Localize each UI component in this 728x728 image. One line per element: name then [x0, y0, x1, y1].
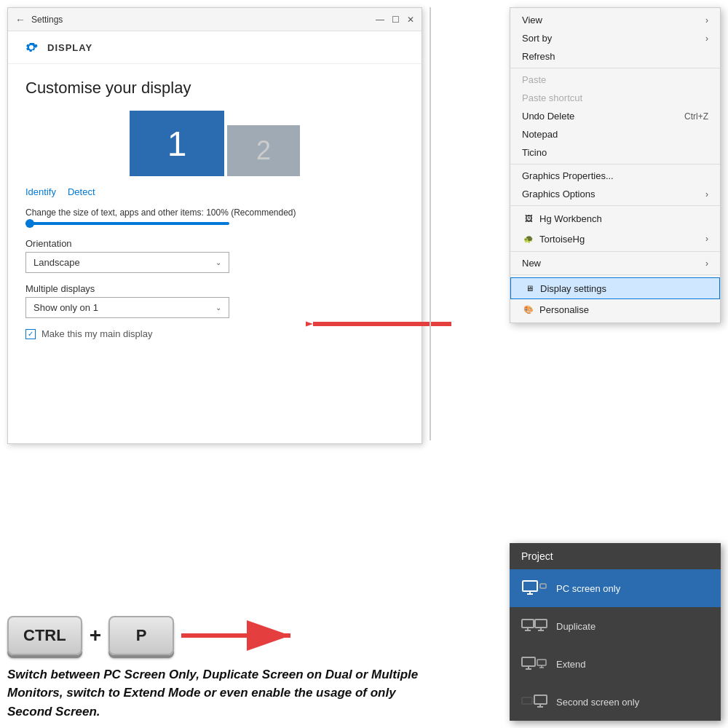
- ctx-item-undo-delete[interactable]: Undo Delete Ctrl+Z: [510, 107, 720, 125]
- ctx-item-personalise[interactable]: 🎨 Personalise: [510, 299, 720, 320]
- check-icon: ✓: [28, 330, 33, 338]
- ctx-item-display-settings[interactable]: 🖥 Display settings: [510, 277, 720, 299]
- main-display-checkbox[interactable]: ✓: [25, 329, 36, 339]
- extend-label: Extend: [556, 659, 585, 670]
- settings-window: ← Settings — ☐ ✕ DISPLAY Customise your …: [7, 7, 422, 444]
- ctx-item-paste-shortcut: Paste shortcut: [510, 89, 720, 107]
- ctx-item-graphics-properties[interactable]: Graphics Properties...: [510, 167, 720, 185]
- minimize-button[interactable]: —: [376, 15, 384, 25]
- svg-rect-19: [534, 695, 547, 704]
- project-item-second-screen-only[interactable]: Second screen only: [510, 683, 721, 721]
- display-icon: 🖥: [523, 282, 536, 295]
- orientation-value: Landscape: [33, 257, 80, 268]
- arrow-icon: ›: [705, 234, 708, 244]
- project-item-extend[interactable]: Extend: [510, 645, 721, 683]
- project-item-duplicate[interactable]: Duplicate: [510, 607, 721, 645]
- tortoise-icon: 🐢: [522, 232, 535, 245]
- ctx-item-notepad[interactable]: Notepad: [510, 125, 720, 143]
- pc-screen-label: PC screen only: [556, 583, 620, 594]
- duplicate-icon: [521, 617, 547, 635]
- ctx-item-view[interactable]: View ›: [510, 11, 720, 29]
- separator-4: [510, 251, 720, 252]
- pc-screen-icon: [521, 579, 547, 597]
- separator-5: [510, 274, 720, 275]
- orientation-label: Orientation: [25, 238, 404, 249]
- svg-rect-15: [537, 660, 546, 665]
- keys-row: CTRL + P: [7, 616, 422, 655]
- p-key[interactable]: P: [108, 616, 174, 655]
- separator-1: [510, 68, 720, 68]
- extend-icon: [521, 655, 547, 673]
- shortcut-label: Ctrl+Z: [684, 111, 708, 122]
- chevron-down-icon-2: ⌄: [215, 304, 221, 312]
- display-preview: 1 2: [25, 111, 404, 176]
- window-controls: — ☐ ✕: [376, 15, 414, 25]
- header-title: DISPLAY: [47, 42, 92, 53]
- multiple-displays-label: Multiple displays: [25, 283, 404, 294]
- ctx-item-tortoisehg[interactable]: 🐢 TortoiseHg ›: [510, 229, 720, 249]
- divider: [430, 7, 431, 440]
- plus-sign: +: [90, 624, 101, 647]
- orientation-dropdown[interactable]: Landscape ⌄: [25, 252, 229, 273]
- title-bar: ← Settings — ☐ ✕: [8, 8, 422, 31]
- context-menu: View › Sort by › Refresh Paste Paste sho…: [510, 7, 721, 323]
- monitor-1[interactable]: 1: [130, 111, 224, 176]
- keyboard-section: CTRL + P Switch between PC Screen Only, …: [7, 616, 422, 721]
- svg-rect-6: [522, 620, 534, 628]
- project-header: Project: [510, 543, 721, 569]
- project-panel: Project PC screen only Duplicate: [510, 543, 721, 721]
- personalise-icon: 🎨: [522, 303, 535, 316]
- gear-icon: [23, 39, 40, 56]
- arrow-right: [181, 617, 298, 654]
- back-button[interactable]: ←: [15, 14, 25, 25]
- ctx-item-new[interactable]: New ›: [510, 254, 720, 272]
- ctx-item-graphics-options[interactable]: Graphics Options ›: [510, 185, 720, 203]
- ctx-item-refresh[interactable]: Refresh: [510, 47, 720, 66]
- monitor-2[interactable]: 2: [227, 125, 300, 176]
- ctx-item-paste: Paste: [510, 71, 720, 89]
- ctx-item-sort-by[interactable]: Sort by ›: [510, 29, 720, 47]
- scale-slider[interactable]: [25, 222, 229, 225]
- svg-rect-18: [522, 697, 532, 704]
- svg-rect-5: [540, 584, 546, 588]
- display-links: Identify Detect: [25, 186, 404, 197]
- second-screen-icon: [521, 693, 547, 711]
- scale-label: Change the size of text, apps and other …: [25, 207, 404, 218]
- ctx-item-ticino[interactable]: Ticino: [510, 143, 720, 162]
- svg-rect-12: [522, 657, 535, 666]
- svg-rect-2: [523, 581, 537, 591]
- window-title: Settings: [31, 15, 376, 25]
- settings-header: DISPLAY: [8, 31, 422, 64]
- info-text: Switch between PC Screen Only, Duplicate…: [7, 665, 422, 721]
- multiple-displays-dropdown[interactable]: Show only on 1 ⌄: [25, 297, 229, 318]
- separator-2: [510, 164, 720, 165]
- arrow-icon: ›: [705, 258, 708, 269]
- arrow-icon: ›: [705, 15, 708, 25]
- orientation-group: Orientation Landscape ⌄: [25, 238, 404, 273]
- close-button[interactable]: ✕: [407, 15, 414, 25]
- ctx-item-hg-workbench[interactable]: 🖼 Hg Workbench: [510, 208, 720, 229]
- identify-link[interactable]: Identify: [25, 186, 56, 197]
- chevron-down-icon: ⌄: [215, 258, 221, 266]
- page-title: Customise your display: [25, 79, 404, 98]
- separator-3: [510, 205, 720, 206]
- svg-rect-9: [535, 620, 547, 628]
- detect-link[interactable]: Detect: [68, 186, 95, 197]
- multiple-displays-value: Show only on 1: [33, 302, 98, 313]
- arrow-icon: ›: [705, 189, 708, 199]
- arrow-icon: ›: [705, 33, 708, 44]
- maximize-button[interactable]: ☐: [392, 15, 400, 25]
- hg-icon: 🖼: [522, 212, 535, 225]
- second-screen-label: Second screen only: [556, 697, 639, 708]
- ctrl-key[interactable]: CTRL: [7, 616, 82, 655]
- project-item-pc-screen-only[interactable]: PC screen only: [510, 569, 721, 607]
- checkbox-label: Make this my main display: [41, 328, 152, 339]
- duplicate-label: Duplicate: [556, 621, 596, 632]
